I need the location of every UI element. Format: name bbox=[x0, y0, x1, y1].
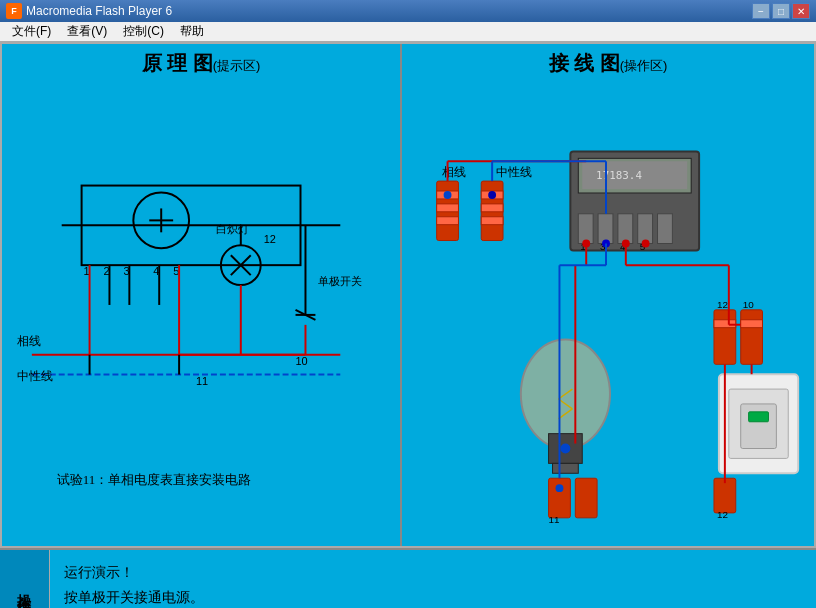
svg-text:12: 12 bbox=[264, 233, 276, 245]
circuit-diagram: 相线 中性线 1 2 3 4 5 白炽灯 bbox=[2, 44, 400, 546]
svg-point-72 bbox=[560, 444, 570, 454]
window-controls: − □ ✕ bbox=[752, 3, 810, 19]
title-bar: F Macromedia Flash Player 6 − □ ✕ bbox=[0, 0, 816, 22]
svg-rect-42 bbox=[437, 217, 459, 225]
svg-text:单极开关: 单极开关 bbox=[318, 275, 362, 287]
svg-point-75 bbox=[556, 484, 564, 492]
close-button[interactable]: ✕ bbox=[792, 3, 810, 19]
svg-text:12: 12 bbox=[717, 509, 728, 520]
window-title: Macromedia Flash Player 6 bbox=[26, 4, 752, 18]
wiring-diagram: 相线 中性线 17183.4 bbox=[402, 44, 814, 546]
operation-label: 操作提 bbox=[0, 550, 50, 608]
svg-rect-55 bbox=[618, 214, 633, 244]
svg-rect-41 bbox=[437, 204, 459, 212]
main-area: 原 理 图(提示区) 相线 中性线 1 2 3 4 5 bbox=[0, 42, 816, 548]
minimize-button[interactable]: − bbox=[752, 3, 770, 19]
svg-text:中性线: 中性线 bbox=[17, 369, 53, 383]
svg-rect-57 bbox=[658, 214, 673, 244]
menu-view[interactable]: 查看(V) bbox=[59, 22, 115, 42]
svg-text:白炽灯: 白炽灯 bbox=[216, 223, 249, 235]
svg-point-43 bbox=[444, 191, 452, 199]
app-icon: F bbox=[6, 3, 22, 19]
left-panel: 原 理 图(提示区) 相线 中性线 1 2 3 4 5 bbox=[2, 44, 402, 546]
svg-rect-53 bbox=[578, 214, 593, 244]
svg-rect-79 bbox=[741, 404, 777, 449]
svg-text:试验11：单相电度表直接安装电路: 试验11：单相电度表直接安装电路 bbox=[57, 472, 251, 487]
svg-text:12: 12 bbox=[717, 299, 728, 310]
svg-text:相线: 相线 bbox=[17, 334, 41, 348]
svg-text:10: 10 bbox=[296, 355, 308, 367]
menu-control[interactable]: 控制(C) bbox=[115, 22, 172, 42]
svg-rect-74 bbox=[575, 478, 597, 518]
svg-rect-83 bbox=[714, 320, 736, 328]
svg-text:10: 10 bbox=[743, 299, 755, 310]
menu-help[interactable]: 帮助 bbox=[172, 22, 212, 42]
instruction-area: 运行演示！ 按单极开关接通电源。 bbox=[50, 550, 816, 608]
restore-button[interactable]: □ bbox=[772, 3, 790, 19]
svg-rect-84 bbox=[741, 320, 763, 328]
svg-rect-68 bbox=[553, 463, 579, 473]
svg-text:相线: 相线 bbox=[442, 165, 466, 179]
svg-rect-56 bbox=[638, 214, 653, 244]
menu-file[interactable]: 文件(F) bbox=[4, 22, 59, 42]
svg-point-48 bbox=[488, 191, 496, 199]
svg-text:中性线: 中性线 bbox=[496, 165, 532, 179]
right-panel: 接 线 图(操作区) 相线 中性线 1718 bbox=[402, 44, 814, 546]
svg-point-65 bbox=[642, 240, 650, 248]
svg-text:17183.4: 17183.4 bbox=[596, 169, 642, 182]
svg-text:11: 11 bbox=[549, 514, 561, 525]
svg-rect-46 bbox=[481, 204, 503, 212]
svg-rect-47 bbox=[481, 217, 503, 225]
svg-rect-80 bbox=[749, 412, 769, 422]
svg-rect-54 bbox=[598, 214, 613, 244]
svg-text:11: 11 bbox=[196, 375, 208, 387]
bottom-panel: 操作提 运行演示！ 按单极开关接通电源。 bbox=[0, 548, 816, 608]
svg-rect-82 bbox=[741, 310, 763, 364]
instruction-line1: 运行演示！ bbox=[64, 560, 802, 585]
menu-bar: 文件(F) 查看(V) 控制(C) 帮助 bbox=[0, 22, 816, 42]
svg-rect-81 bbox=[714, 310, 736, 364]
instruction-line2: 按单极开关接通电源。 bbox=[64, 585, 802, 608]
svg-rect-87 bbox=[714, 478, 736, 513]
